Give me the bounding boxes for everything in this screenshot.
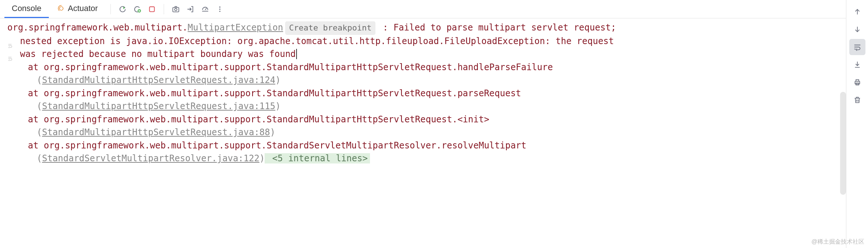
actuator-icon — [58, 5, 65, 12]
stack-frame-loc: (StandardMultipartHttpServletRequest.jav… — [7, 126, 839, 139]
svg-point-4 — [174, 8, 177, 10]
exception-line-2: nested exception is java.io.IOException:… — [7, 35, 839, 48]
scroll-to-end-button[interactable] — [849, 57, 865, 73]
source-link[interactable]: StandardMultipartHttpServletRequest.java… — [42, 101, 275, 111]
stack-frame-loc: (StandardMultipartHttpServletRequest.jav… — [7, 74, 839, 87]
soft-wrap-button[interactable] — [849, 39, 865, 55]
svg-point-5 — [219, 6, 220, 7]
toolbar-separator-2 — [164, 4, 164, 14]
arrow-down-button[interactable] — [849, 21, 865, 37]
stack-frame-loc: (StandardMultipartHttpServletRequest.jav… — [7, 100, 839, 113]
side-panel — [846, 0, 868, 248]
svg-point-7 — [219, 11, 220, 12]
dashboard-button[interactable] — [199, 3, 212, 16]
exception-message-1: : Failed to parse multipart servlet requ… — [378, 22, 616, 33]
rerun-failed-button[interactable] — [131, 3, 144, 16]
text-cursor — [296, 49, 297, 59]
trash-button[interactable] — [849, 92, 865, 108]
source-link[interactable]: StandardMultipartHttpServletRequest.java… — [42, 127, 270, 137]
exception-message-3: was rejected because no multipart bounda… — [15, 49, 296, 59]
soft-wrap-glyph-icon — [7, 52, 12, 57]
svg-point-6 — [219, 8, 220, 10]
console-output[interactable]: org.springframework.web.multipart.Multip… — [0, 18, 846, 248]
exception-message-2: nested exception is java.io.IOException:… — [15, 36, 614, 46]
console-scrollbar[interactable] — [840, 92, 846, 195]
camera-button[interactable] — [169, 3, 182, 16]
exit-button[interactable] — [184, 3, 197, 16]
toolbar-separator — [110, 4, 111, 14]
stack-frame-at: at org.springframework.web.multipart.sup… — [7, 113, 839, 126]
stack-frame-at: at org.springframework.web.multipart.sup… — [7, 139, 839, 152]
more-button[interactable] — [213, 3, 226, 16]
source-link[interactable]: StandardServletMultipartResolver.java:12… — [42, 153, 259, 163]
svg-rect-2 — [149, 7, 154, 11]
rerun-button[interactable] — [116, 3, 129, 16]
print-button[interactable] — [849, 74, 865, 90]
source-link[interactable]: StandardMultipartHttpServletRequest.java… — [42, 75, 275, 85]
svg-point-0 — [59, 7, 63, 10]
stop-button[interactable] — [145, 3, 159, 16]
arrow-up-button[interactable] — [849, 4, 865, 20]
tab-console[interactable]: Console — [4, 0, 49, 18]
collapsed-lines-badge[interactable]: <5 internal lines> — [265, 153, 370, 163]
stack-frame-at: at org.springframework.web.multipart.sup… — [7, 87, 839, 100]
stack-frame-at: at org.springframework.web.multipart.sup… — [7, 61, 839, 74]
exception-line: org.springframework.web.multipart.Multip… — [7, 21, 839, 35]
exception-line-3: was rejected because no multipart bounda… — [7, 48, 839, 61]
exception-class-link[interactable]: MultipartException — [188, 22, 283, 33]
watermark: @稀土掘金技术社区 — [811, 238, 864, 246]
tab-console-label: Console — [12, 4, 41, 13]
toolbar: Console Actuator — [0, 0, 846, 18]
tab-actuator-label: Actuator — [68, 4, 98, 13]
tab-actuator[interactable]: Actuator — [50, 0, 105, 18]
stack-frame-loc: (StandardServletMultipartResolver.java:1… — [7, 152, 839, 165]
exception-prefix: org.springframework.web.multipart. — [7, 22, 188, 33]
soft-wrap-glyph-icon — [7, 39, 12, 44]
create-breakpoint-button[interactable]: Create breakpoint — [285, 21, 375, 35]
main-panel: Console Actuator — [0, 0, 846, 248]
